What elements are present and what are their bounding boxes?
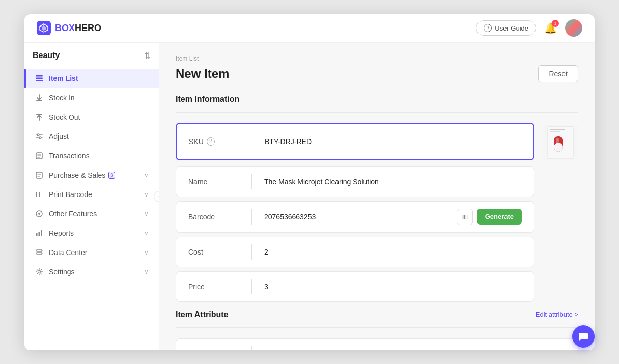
workspace-selector[interactable]: Beauty ⇅ [24,51,159,69]
transactions-icon [35,151,44,160]
cost-label: Cost [188,248,239,256]
svg-point-8 [37,134,39,136]
product-image [543,125,578,160]
sidebar-item-label: Stock In [49,94,149,102]
barcode-field-container: Barcode [176,201,534,233]
svg-rect-3 [36,75,43,77]
sidebar-item-label: Transactions [49,152,149,160]
sku-label: SKU ? [189,137,240,146]
svg-rect-20 [39,232,40,236]
header-right: ? User Guide 🔔 1 [476,19,582,37]
main-content: Item List New Item Reset Item Informatio… [159,43,595,350]
svg-point-18 [38,213,40,215]
sidebar-item-purchase-sales[interactable]: Purchase & Sales β ∨ [24,165,159,185]
workspace-toggle-icon[interactable]: ⇅ [144,51,151,61]
svg-rect-29 [464,215,465,219]
notification-badge: 1 [552,20,559,27]
svg-rect-28 [463,215,463,219]
sku-field-container: SKU ? [176,123,534,160]
svg-rect-30 [465,215,466,219]
sidebar-item-transactions[interactable]: Transactions [24,146,159,165]
category-input[interactable] [264,349,566,350]
svg-rect-11 [36,172,42,178]
sidebar-item-other-features[interactable]: Other Features ∨ [24,204,159,223]
question-circle-icon: ? [484,24,492,32]
svg-rect-31 [467,215,467,219]
chevron-down-icon: ∨ [144,268,149,275]
field-divider [251,279,252,294]
price-input[interactable] [264,283,522,291]
sidebar-item-label: Other Features [49,210,139,218]
generate-button[interactable]: Generate [477,209,522,225]
logo-icon [37,21,51,35]
sidebar-item-data-center[interactable]: Data Center ∨ [24,243,159,262]
breadcrumb: Item List [176,55,578,62]
sidebar-item-label: Item List [49,74,149,82]
barcode-icon [35,190,44,199]
item-attribute-header: Item Attribute Edit attribute > [176,310,578,319]
sidebar-item-settings[interactable]: Settings ∨ [24,262,159,282]
sidebar-item-label: Data Center [49,248,139,257]
price-field-container: Price [176,271,534,302]
workspace-name: Beauty [33,51,60,60]
reset-button[interactable]: Reset [538,65,578,82]
sidebar-item-reports[interactable]: Reports ∨ [24,223,159,243]
cost-input[interactable] [264,248,522,256]
adjust-icon [35,132,44,141]
app-window: BOXHERO ? User Guide 🔔 1 Beauty ⇅ [24,14,595,350]
list-icon [35,74,44,83]
name-label: Name [188,178,239,186]
category-label: Category [188,349,239,350]
sidebar-item-adjust[interactable]: Adjust [24,127,159,146]
barcode-input[interactable] [264,213,453,221]
chevron-down-icon: ∨ [144,210,149,217]
sidebar-item-stock-out[interactable]: Stock Out [24,107,159,127]
sidebar-item-label: Print Barcode [49,190,139,199]
reports-icon [35,229,44,238]
sku-help-icon[interactable]: ? [207,137,215,146]
name-input[interactable] [264,178,522,186]
cost-field-container: Cost [176,237,534,267]
notification-button[interactable]: 🔔 1 [544,22,557,34]
chat-button[interactable] [572,325,595,348]
sidebar-item-label: Purchase & Sales β [49,171,139,179]
item-attribute-title: Item Attribute [176,310,228,319]
page-header: New Item Reset [176,65,578,82]
barcode-label: Barcode [188,213,239,221]
field-divider [252,134,252,149]
svg-rect-33 [550,129,565,130]
svg-point-25 [41,253,41,253]
chevron-down-icon: ∨ [144,172,149,179]
price-label: Price [188,283,239,291]
arrow-up-icon [35,113,44,122]
beta-badge: β [108,172,115,179]
field-divider [251,244,252,260]
svg-rect-19 [36,233,38,236]
settings-icon [35,267,44,276]
svg-rect-21 [41,230,42,236]
field-divider [251,209,252,225]
sidebar-item-stock-in[interactable]: Stock In [24,88,159,107]
svg-rect-4 [36,77,43,79]
field-divider [251,174,252,189]
main-layout: Beauty ⇅ Item List [24,43,595,350]
chevron-down-icon: ∨ [144,191,149,198]
svg-rect-14 [39,192,40,197]
sidebar-item-label: Settings [49,268,139,276]
sidebar-item-label: Stock Out [49,113,149,121]
header: BOXHERO ? User Guide 🔔 1 [24,14,595,43]
section-divider [176,327,578,328]
user-guide-button[interactable]: ? User Guide [476,20,536,36]
avatar[interactable] [565,19,582,37]
barcode-scan-button[interactable] [457,209,473,225]
arrow-down-icon [35,93,44,102]
svg-rect-6 [36,100,42,101]
svg-point-9 [39,137,41,139]
sidebar-item-print-barcode[interactable]: Print Barcode ∨ [24,185,159,204]
edit-attribute-link[interactable]: Edit attribute > [536,311,578,318]
name-field-container: Name [176,166,534,197]
sku-input[interactable] [265,137,521,146]
sidebar-item-item-list[interactable]: Item List [24,69,159,88]
svg-rect-15 [41,192,41,197]
data-icon [35,248,44,257]
